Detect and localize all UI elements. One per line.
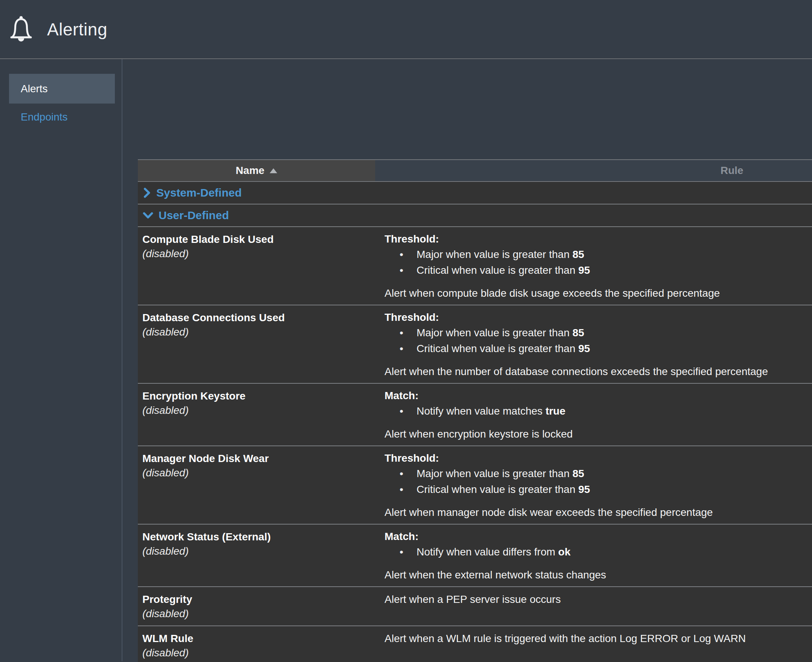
alert-name: Protegrity: [142, 592, 375, 607]
bullet-text: Major when value is greater than: [416, 249, 572, 260]
alert-name: Compute Blade Disk Used: [142, 232, 375, 247]
rule-bullet: Critical when value is greater than 95: [384, 341, 812, 357]
chevron-right-icon: [143, 188, 151, 198]
alert-status: (disabled): [142, 646, 375, 660]
rule-description: Alert when a WLM rule is triggered with …: [384, 631, 812, 646]
sidebar-item-endpoints[interactable]: Endpoints: [9, 104, 115, 131]
group-label: User-Defined: [159, 209, 229, 222]
page-title: Alerting: [47, 19, 107, 40]
rule-bullet: Critical when value is greater than 95: [384, 262, 812, 278]
alert-name-cell: Database Connections Used(disabled): [138, 311, 375, 378]
sidebar-item-label: Alerts: [21, 83, 48, 95]
rule-description: Alert when a PEP server issue occurs: [384, 592, 812, 607]
bullet-value: 95: [579, 343, 590, 354]
rule-description: Alert when the number of database connec…: [384, 365, 812, 378]
sidebar: Alerts Endpoints: [0, 59, 122, 661]
rule-heading: Threshold:: [384, 232, 812, 246]
rule-description: Alert when compute blade disk usage exce…: [384, 286, 812, 300]
alert-rule-cell: Match:Notify when value matches trueAler…: [375, 389, 812, 441]
alert-name: Network Status (External): [142, 530, 375, 544]
rule-description: Alert when encryption keystore is locked: [384, 427, 812, 441]
rule-bullet: Notify when value matches true: [384, 403, 812, 419]
rule-bullet-list: Notify when value matches true: [384, 403, 812, 419]
alerts-table-header: Name Rule: [138, 160, 812, 182]
bullet-text: Critical when value is greater than: [416, 484, 579, 495]
bullet-text: Major when value is greater than: [416, 468, 572, 479]
alert-rule-cell: Threshold:Major when value is greater th…: [375, 232, 812, 300]
group-label: System-Defined: [156, 186, 242, 199]
alert-name-cell: Compute Blade Disk Used(disabled): [138, 232, 375, 300]
alert-rule-cell: Match:Notify when value differs from okA…: [375, 530, 812, 582]
bullet-text: Major when value is greater than: [416, 327, 572, 339]
alert-row[interactable]: Protegrity(disabled)Alert when a PEP ser…: [138, 587, 812, 626]
alert-name-cell: Protegrity(disabled): [138, 592, 375, 621]
rule-bullet: Major when value is greater than 85: [384, 247, 812, 262]
sidebar-item-label: Endpoints: [21, 111, 68, 123]
alert-rule-cell: Threshold:Major when value is greater th…: [375, 452, 812, 519]
rule-bullet-list: Notify when value differs from ok: [384, 544, 812, 560]
alert-row[interactable]: Network Status (External)(disabled)Match…: [138, 525, 812, 587]
alert-name-cell: Manager Node Disk Wear(disabled): [138, 452, 375, 519]
sidebar-item-alerts[interactable]: Alerts: [9, 74, 115, 104]
rule-description: Alert when manager node disk wear exceed…: [384, 506, 812, 519]
alert-name-cell: Encryption Keystore(disabled): [138, 389, 375, 441]
alert-name-cell: WLM Rule(disabled): [138, 631, 375, 660]
bullet-text: Notify when value differs from: [416, 546, 558, 558]
alert-row[interactable]: Encryption Keystore(disabled)Match:Notif…: [138, 384, 812, 446]
bullet-text: Critical when value is greater than: [416, 343, 579, 354]
rule-description: Alert when the external network status c…: [384, 568, 812, 582]
alert-status: (disabled): [142, 466, 375, 480]
alert-name: WLM Rule: [142, 631, 375, 646]
chevron-down-icon: [143, 211, 153, 220]
alert-name: Manager Node Disk Wear: [142, 452, 375, 466]
bullet-value: 85: [572, 327, 584, 339]
main-layout: Alerts Endpoints Name Rule System-Define…: [0, 59, 812, 661]
bullet-value: ok: [558, 546, 571, 558]
column-header-name-label: Name: [236, 165, 264, 177]
rule-heading: Threshold:: [384, 311, 812, 324]
bullet-value: 85: [572, 249, 584, 260]
alert-name: Database Connections Used: [142, 311, 375, 325]
alert-status: (disabled): [142, 607, 375, 621]
alert-rule-cell: Alert when a WLM rule is triggered with …: [375, 631, 812, 660]
rule-bullet: Critical when value is greater than 95: [384, 482, 812, 497]
rule-heading: Threshold:: [384, 452, 812, 465]
bullet-text: Notify when value matches: [416, 405, 545, 417]
bullet-value: 95: [579, 484, 590, 495]
rule-heading: Match:: [384, 530, 812, 543]
rule-bullet-list: Major when value is greater than 85Criti…: [384, 247, 812, 278]
rule-bullet-list: Major when value is greater than 85Criti…: [384, 466, 812, 497]
alert-name: Encryption Keystore: [142, 389, 375, 403]
rule-heading: Match:: [384, 389, 812, 403]
alert-rule-cell: Alert when a PEP server issue occurs: [375, 592, 812, 621]
rule-bullet-list: Major when value is greater than 85Criti…: [384, 325, 812, 357]
alert-status: (disabled): [142, 325, 375, 339]
alert-row[interactable]: Compute Blade Disk Used(disabled)Thresho…: [138, 227, 812, 305]
column-header-rule[interactable]: Rule: [375, 160, 812, 181]
alert-status: (disabled): [142, 247, 375, 261]
bullet-value: 85: [572, 468, 584, 479]
alert-row[interactable]: WLM Rule(disabled)Alert when a WLM rule …: [138, 626, 812, 662]
column-header-name[interactable]: Name: [138, 160, 375, 181]
alert-rule-cell: Threshold:Major when value is greater th…: [375, 311, 812, 378]
rule-bullet: Notify when value differs from ok: [384, 544, 812, 560]
app-header: Alerting: [0, 0, 812, 59]
bullet-value: true: [545, 405, 565, 417]
sort-ascending-icon: [270, 168, 277, 173]
alert-row[interactable]: Manager Node Disk Wear(disabled)Threshol…: [138, 446, 812, 525]
alert-row[interactable]: Database Connections Used(disabled)Thres…: [138, 305, 812, 384]
rule-bullet: Major when value is greater than 85: [384, 466, 812, 482]
alert-name-cell: Network Status (External)(disabled): [138, 530, 375, 582]
rule-bullet: Major when value is greater than 85: [384, 325, 812, 341]
bullet-text: Critical when value is greater than: [416, 264, 579, 276]
bell-icon: [10, 14, 33, 45]
alert-status: (disabled): [142, 544, 375, 558]
group-row-user-defined[interactable]: User-Defined: [138, 204, 812, 227]
content-area: Name Rule System-DefinedUser-DefinedComp…: [122, 59, 812, 661]
column-header-rule-label: Rule: [720, 165, 743, 177]
bullet-value: 95: [579, 264, 590, 276]
group-row-system-defined[interactable]: System-Defined: [138, 182, 812, 204]
alerts-table-rows: System-DefinedUser-DefinedCompute Blade …: [138, 182, 812, 662]
alerts-table: Name Rule System-DefinedUser-DefinedComp…: [138, 159, 812, 662]
alert-status: (disabled): [142, 403, 375, 418]
